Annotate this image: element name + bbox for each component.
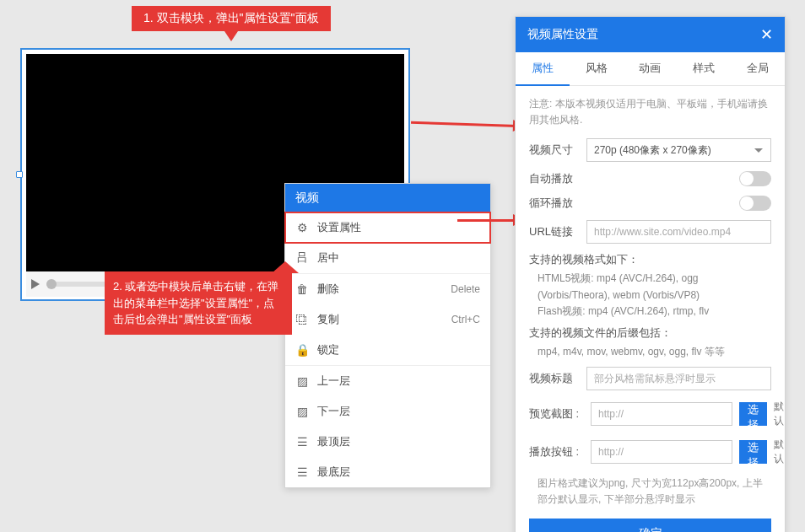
panel-note: 注意: 本版本视频仅适用于电脑、平板端，手机端请换用其他风格.	[529, 96, 771, 128]
context-menu: 视频 ⚙ 设置属性 吕 居中 🗑 删除 Delete ⿻ 复制 Ctrl+C 🔒…	[284, 183, 491, 488]
preview-input[interactable]	[591, 402, 732, 426]
menu-layer-up[interactable]: ▨ 上一层	[285, 366, 490, 396]
menu-copy[interactable]: ⿻ 复制 Ctrl+C	[285, 304, 490, 335]
support-formats-text: HTML5视频: mp4 (AVC/H.264), ogg (Vorbis/Th…	[538, 271, 771, 320]
menu-label: 设置属性	[317, 220, 361, 235]
playbtn-input[interactable]	[591, 440, 732, 464]
menu-label: 最底层	[317, 465, 350, 480]
callout-step1: 1. 双击模块，弹出"属性设置"面板	[132, 6, 331, 31]
layer-bottom-icon: ☰	[295, 465, 309, 479]
menu-layer-top[interactable]: ☰ 最顶层	[285, 427, 490, 457]
shortcut: Delete	[451, 283, 480, 295]
menu-label: 居中	[317, 250, 339, 266]
ok-button[interactable]: 确定	[529, 519, 771, 533]
menu-layer-bottom[interactable]: ☰ 最底层	[285, 457, 490, 487]
menu-set-properties[interactable]: ⚙ 设置属性	[285, 212, 490, 243]
size-select[interactable]: 270p (480像素 x 270像素)	[586, 138, 771, 162]
arrow-to-size	[411, 121, 523, 128]
menu-label: 删除	[317, 282, 339, 297]
shortcut: Ctrl+C	[451, 314, 480, 325]
menu-label: 锁定	[317, 342, 339, 357]
tab-properties[interactable]: 属性	[516, 52, 570, 86]
lock-icon: 🔒	[295, 343, 309, 357]
playbtn-default-label[interactable]: 默认	[774, 438, 784, 466]
size-label: 视频尺寸	[529, 142, 580, 158]
preview-default-label[interactable]: 默认	[774, 400, 784, 428]
tab-animation[interactable]: 动画	[624, 52, 678, 85]
autoplay-toggle[interactable]	[739, 171, 771, 186]
layer-top-icon: ☰	[295, 435, 309, 449]
tabs: 属性 风格 动画 样式 全局	[516, 52, 785, 86]
close-icon[interactable]: ✕	[760, 25, 773, 44]
url-label: URL链接	[529, 224, 580, 239]
menu-label: 上一层	[317, 373, 350, 389]
layer-up-icon: ▨	[295, 374, 309, 388]
url-input[interactable]	[586, 220, 771, 244]
support-formats-title: 支持的视频格式如下：	[529, 253, 771, 267]
menu-delete[interactable]: 🗑 删除 Delete	[285, 274, 490, 304]
preview-label: 预览截图 :	[529, 406, 584, 422]
tab-global[interactable]: 全局	[731, 52, 785, 85]
video-title-input[interactable]	[586, 367, 771, 390]
gear-icon: ⚙	[295, 221, 309, 234]
panel-title: 视频属性设置	[527, 27, 598, 42]
trash-icon: 🗑	[295, 282, 309, 296]
menu-lock[interactable]: 🔒 锁定	[285, 335, 490, 365]
tab-style[interactable]: 风格	[570, 52, 624, 85]
panel-body: 注意: 本版本视频仅适用于电脑、平板端，手机端请换用其他风格. 视频尺寸 270…	[516, 86, 785, 532]
menu-label: 最顶层	[317, 434, 350, 449]
loop-label: 循环播放	[529, 196, 580, 211]
image-hint: 图片格式建议为png, 尺寸为宽112px高200px, 上半部分默认显示, 下…	[538, 476, 771, 508]
callout-step2: 2. 或者选中模块后单击右键，在弹出的菜单栏中选择"设置属性"，点击后也会弹出"…	[105, 271, 292, 335]
video-title-label: 视频标题	[529, 371, 580, 386]
autoplay-label: 自动播放	[529, 171, 580, 186]
menu-label: 复制	[317, 312, 339, 327]
support-ext-title: 支持的视频文件的后缀包括：	[529, 326, 771, 341]
arrow-to-url	[457, 219, 523, 222]
playbtn-select-button[interactable]: 选择	[739, 440, 767, 464]
menu-label: 下一层	[317, 404, 350, 419]
play-icon[interactable]	[31, 279, 40, 289]
selection-handle-left[interactable]	[16, 171, 23, 178]
menu-layer-down[interactable]: ▨ 下一层	[285, 396, 490, 427]
tab-css[interactable]: 样式	[677, 52, 731, 85]
panel-header: 视频属性设置 ✕	[516, 17, 785, 52]
playbtn-label: 播放按钮 :	[529, 444, 584, 459]
layer-down-icon: ▨	[295, 405, 309, 418]
loop-toggle[interactable]	[739, 196, 771, 211]
menu-center[interactable]: 吕 居中	[285, 243, 490, 273]
properties-panel: 视频属性设置 ✕ 属性 风格 动画 样式 全局 注意: 本版本视频仅适用于电脑、…	[515, 16, 786, 532]
context-menu-title: 视频	[285, 184, 490, 212]
preview-select-button[interactable]: 选择	[739, 402, 767, 426]
support-ext-text: mp4, m4v, mov, webmv, ogv, ogg, flv 等等	[538, 344, 771, 360]
copy-icon: ⿻	[295, 313, 309, 326]
